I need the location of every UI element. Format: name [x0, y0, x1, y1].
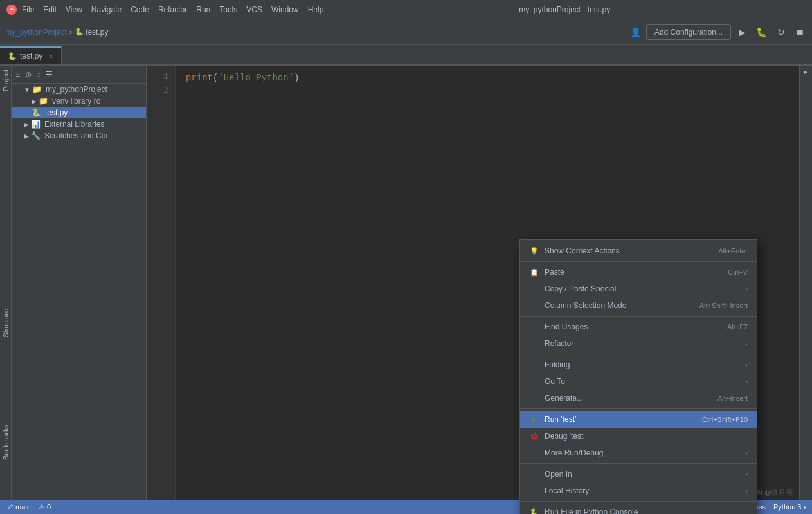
- arrow-icon-open-in: ›: [745, 470, 748, 478]
- tree-item-label-venv: venv library ro: [52, 96, 100, 106]
- tree-item-label-ext-libs: External Libraries: [44, 120, 104, 129]
- project-toolbar-icon1[interactable]: ≡: [14, 69, 21, 80]
- ctx-shortcut-paste: Ctrl+V: [728, 268, 748, 276]
- tab-close-button[interactable]: ✕: [48, 53, 53, 60]
- menu-code[interactable]: Code: [131, 5, 149, 14]
- debug-button[interactable]: 🐛: [753, 26, 770, 39]
- right-sidebar-icon-1[interactable]: ▸: [804, 66, 807, 78]
- tree-item-project[interactable]: ▼ 📁 my_pythonProject: [12, 84, 146, 95]
- lightbulb-icon: 💡: [529, 246, 539, 256]
- bottom-python-version[interactable]: Python 3.x: [773, 503, 807, 511]
- ctx-label-folding: Folding: [545, 360, 570, 369]
- tab-test-py[interactable]: 🐍 test.py ✕: [0, 46, 62, 64]
- menu-window[interactable]: Window: [271, 5, 299, 14]
- warnings[interactable]: ⚠ 0: [39, 503, 51, 511]
- menu-view[interactable]: View: [66, 5, 82, 14]
- scratches-icon: 🔧: [31, 131, 41, 140]
- menu-file[interactable]: File: [22, 5, 34, 14]
- profile-button[interactable]: ↻: [775, 26, 788, 39]
- project-toolbar-icon2[interactable]: ⊕: [24, 69, 33, 80]
- tree-item-label-testpy: test.py: [45, 108, 68, 117]
- editor-area[interactable]: 1 2 print('Hello Python') 💡 Show Context…: [147, 66, 799, 514]
- ctx-label-column-selection: Column Selection Mode: [545, 301, 626, 310]
- structure-panel: Structure: [0, 309, 12, 338]
- ctx-local-history[interactable]: Local History ›: [520, 482, 757, 499]
- line-number-1: 1: [147, 71, 168, 84]
- structure-sidebar-label[interactable]: Structure: [2, 309, 10, 338]
- menu-run[interactable]: Run: [196, 5, 210, 14]
- folder-icon-venv: 📁: [39, 96, 48, 106]
- ctx-shortcut-find-usages: Alt+F7: [727, 323, 748, 331]
- menu-edit[interactable]: Edit: [43, 5, 57, 14]
- ctx-go-to[interactable]: Go To ›: [520, 373, 757, 390]
- project-toolbar-icon3[interactable]: ↕: [35, 69, 42, 80]
- breadcrumb: my_pythonProject › 🐍 test.py: [5, 28, 108, 37]
- tree-item-testpy[interactable]: 🐍 test.py: [12, 107, 146, 118]
- app-logo: ✦: [6, 5, 17, 15]
- ctx-folding[interactable]: Folding ›: [520, 356, 757, 373]
- menu-vcs[interactable]: VCS: [246, 5, 262, 14]
- stop-button[interactable]: ⏹: [793, 26, 807, 39]
- menu-tools[interactable]: Tools: [219, 5, 237, 14]
- tree-item-scratches[interactable]: ▶ 🔧 Scratches and Cor: [12, 130, 146, 142]
- ctx-run-test[interactable]: ▶ Run 'test' Ctrl+Shift+F10: [520, 411, 757, 428]
- ctx-shortcut-generate: Alt+Insert: [717, 394, 748, 402]
- ctx-shortcut-run-test: Ctrl+Shift+F10: [702, 416, 748, 423]
- expand-arrow-ext-libs: ▶: [24, 121, 29, 128]
- python-file-icon: 🐍: [8, 52, 17, 60]
- ctx-label-more-run-debug: More Run/Debug: [545, 448, 603, 457]
- title-bar: ✦ File Edit View Navigate Code Refactor …: [0, 0, 812, 19]
- menu-refactor[interactable]: Refactor: [158, 5, 187, 14]
- arrow-icon-go-to: ›: [745, 378, 748, 385]
- paste-icon: 📋: [529, 267, 539, 277]
- ctx-separator-5: [520, 463, 757, 464]
- menu-help[interactable]: Help: [308, 5, 324, 14]
- run-button[interactable]: ▶: [736, 26, 748, 39]
- ctx-show-context-actions[interactable]: 💡 Show Context Actions Alt+Enter: [520, 243, 757, 259]
- add-configuration-button[interactable]: Add Configuration...: [646, 24, 731, 40]
- git-branch[interactable]: ⎇ main: [5, 503, 31, 511]
- menu-bar[interactable]: File Edit View Navigate Code Refactor Ru…: [22, 5, 323, 14]
- ctx-label-show-context-actions: Show Context Actions: [545, 246, 620, 255]
- ctx-label-run-test: Run 'test': [545, 415, 576, 424]
- ctx-label-copy-paste-special: Copy / Paste Special: [545, 284, 616, 293]
- arrow-icon-refactor: ›: [745, 340, 748, 347]
- python-console-icon: 🐍: [529, 507, 539, 514]
- keyword-print: print: [186, 73, 213, 83]
- tree-item-venv[interactable]: ▶ 📁 venv library ro: [12, 95, 146, 107]
- ctx-refactor[interactable]: Refactor ›: [520, 335, 757, 352]
- user-icon[interactable]: 👤: [630, 27, 641, 37]
- project-sidebar-label[interactable]: Project: [2, 69, 10, 94]
- tree-item-label-scratches: Scratches and Cor: [44, 131, 108, 140]
- project-toolbar-icon4[interactable]: ☰: [44, 69, 54, 80]
- tree-item-external-libs[interactable]: ▶ 📊 External Libraries: [12, 118, 146, 130]
- copy-paste-icon: [529, 284, 539, 294]
- ctx-open-in[interactable]: Open In ›: [520, 466, 757, 482]
- expand-arrow-project: ▼: [24, 86, 30, 93]
- menu-navigate[interactable]: Navigate: [91, 5, 122, 14]
- bookmarks-sidebar-label[interactable]: Bookmarks: [2, 425, 10, 460]
- ctx-separator-3: [520, 354, 757, 354]
- ctx-find-usages[interactable]: Find Usages Alt+F7: [520, 318, 757, 335]
- ctx-shortcut-column-selection: Alt+Shift+Insert: [699, 302, 748, 309]
- breadcrumb-project[interactable]: my_pythonProject: [5, 28, 67, 37]
- ctx-generate[interactable]: Generate... Alt+Insert: [520, 390, 757, 407]
- ctx-paste[interactable]: 📋 Paste Ctrl+V: [520, 264, 757, 280]
- window-title: my_pythonProject - test.py: [519, 5, 610, 14]
- ctx-run-in-console[interactable]: 🐍 Run File in Python Console: [520, 504, 757, 514]
- ctx-more-run-debug[interactable]: More Run/Debug ›: [520, 445, 757, 461]
- ctx-column-selection[interactable]: Column Selection Mode Alt+Shift+Insert: [520, 297, 757, 314]
- ctx-label-local-history: Local History: [545, 486, 589, 495]
- ctx-debug-test[interactable]: 🐞 Debug 'test': [520, 428, 757, 445]
- line-number-2: 2: [147, 84, 168, 98]
- tab-label: test.py: [20, 51, 42, 60]
- ctx-shortcut-show-context-actions: Alt+Enter: [718, 247, 748, 255]
- debug-icon: 🐞: [529, 431, 539, 441]
- expand-arrow-scratches: ▶: [24, 133, 29, 140]
- main-layout: Project ≡ ⊕ ↕ ☰ ▼ 📁 my_pythonProject ▶ 📁…: [0, 66, 812, 514]
- expand-arrow-venv: ▶: [32, 98, 37, 105]
- ctx-label-refactor: Refactor: [545, 339, 573, 348]
- ctx-copy-paste-special[interactable]: Copy / Paste Special ›: [520, 280, 757, 297]
- arrow-icon-folding: ›: [745, 361, 748, 369]
- context-menu: 💡 Show Context Actions Alt+Enter 📋 Paste…: [519, 239, 757, 514]
